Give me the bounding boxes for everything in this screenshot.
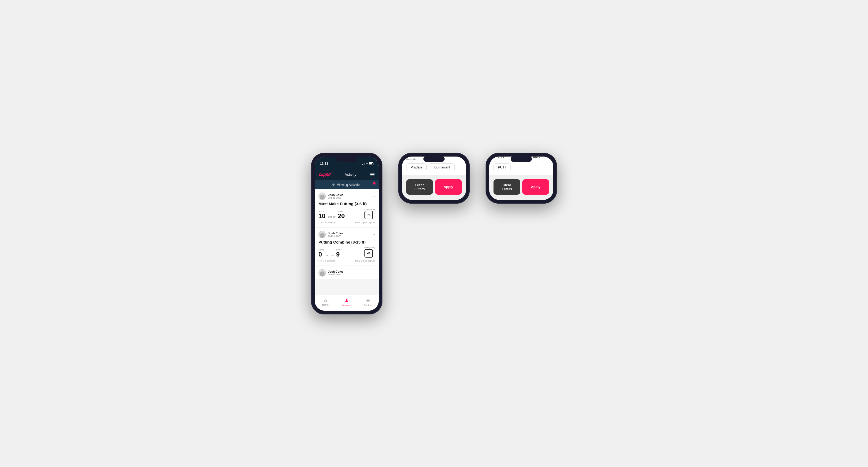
out-of-1: OUT OF xyxy=(327,216,336,219)
more-button-1[interactable]: ··· xyxy=(372,194,375,198)
activities-label-1: Activities xyxy=(342,304,351,307)
user-details-2: Josh Coles 28 Feb 2023 xyxy=(328,232,344,238)
practice-pill-2[interactable]: Practice xyxy=(406,163,427,172)
user-name-2: Josh Coles xyxy=(328,232,344,235)
activity-title-2: Putting Combine (3-15 ft) xyxy=(318,240,375,244)
card-header-3: Josh Coles 28 Feb 2023 ··· xyxy=(318,269,375,277)
more-button-2[interactable]: ··· xyxy=(372,232,375,237)
apply-button-3[interactable]: Apply xyxy=(522,179,549,195)
user-date-3: 28 Feb 2023 xyxy=(328,273,344,276)
scene: 11:33 ▾ clippd Activity xyxy=(311,153,557,314)
home-icon-1: ⌂ xyxy=(324,298,327,303)
phone-1: 11:33 ▾ clippd Activity xyxy=(311,153,382,314)
clear-filters-button-2[interactable]: Clear Filters xyxy=(406,179,433,195)
phone-screen-2: 11:33 ▾ clippd Activity xyxy=(402,157,466,200)
test-info-2: ℹ Test Information xyxy=(318,260,335,262)
nav-capture-1[interactable]: ⊕ Capture xyxy=(357,298,379,307)
apply-button-2[interactable]: Apply xyxy=(435,179,462,195)
shot-quality-label-1: Shot Quality xyxy=(363,208,375,211)
score-value-2: 0 xyxy=(318,251,322,258)
home-label-1: Home xyxy=(322,304,329,306)
filter-actions-2: Clear Filters Apply xyxy=(402,176,466,196)
shots-value-1: 20 xyxy=(338,212,345,219)
info-icon-2: ℹ xyxy=(318,260,319,262)
rounds-pills-2: Practice Tournament xyxy=(406,163,462,172)
viewing-text-1: Viewing Activities xyxy=(337,183,361,187)
shot-quality-label-2: Shot Quality xyxy=(363,246,375,249)
nav-activities-1[interactable]: ♟ Activities xyxy=(336,298,358,307)
more-button-3[interactable]: ··· xyxy=(372,271,375,275)
score-group-2: Score 0 xyxy=(318,249,324,257)
nav-title-1: Activity xyxy=(345,173,356,177)
menu-button-1[interactable] xyxy=(370,173,374,176)
status-icons-1: ▾ xyxy=(362,162,373,165)
avatar-3 xyxy=(318,269,326,277)
filter-icon-1: ⚙ xyxy=(332,183,335,186)
test-info-1: ℹ Test Information xyxy=(318,221,335,224)
dynamic-island-2 xyxy=(424,156,444,162)
stats-row-1: Score 10 OUT OF Shots 20 Shot Quality 75 xyxy=(318,208,375,219)
score-value-1: 10 xyxy=(318,212,326,219)
test-info-text-2: Test Information xyxy=(320,260,335,262)
shot-quality-group-1: Shot Quality 75 xyxy=(363,208,375,219)
card-footer-2: ℹ Test Information Data: Clippd Capture xyxy=(318,260,375,262)
notification-dot-1 xyxy=(373,182,376,185)
tournament-pill-2[interactable]: Tournament xyxy=(429,163,454,172)
stats-row-2: Score 0 OUT OF Shots 9 Shot Quality 45 xyxy=(318,246,375,257)
shots-group-1: Shots 20 xyxy=(338,210,345,219)
activity-card-1[interactable]: Josh Coles 28 Feb 2023 ··· Must Make Put… xyxy=(315,189,379,227)
phone-3: 11:33 ▾ clippd Activity xyxy=(486,153,557,204)
avatar-2 xyxy=(318,231,326,238)
bottom-nav-1: ⌂ Home ♟ Activities ⊕ Capture xyxy=(315,295,379,311)
activity-title-1: Must Make Putting (3-6 ft) xyxy=(318,201,375,206)
score-group-1: Score 10 xyxy=(318,210,326,219)
putt-pill-3[interactable]: PUTT xyxy=(494,163,511,172)
shots-group-2: Shots 9 xyxy=(336,249,341,257)
capture-icon-1: ⊕ xyxy=(366,298,370,303)
user-date-1: 28 Feb 2023 xyxy=(328,196,344,199)
logo-1: clippd xyxy=(319,172,331,177)
ott-pill-3[interactable]: OTT xyxy=(494,157,509,161)
phone-screen-3: 11:33 ▾ clippd Activity xyxy=(489,157,553,200)
user-info-1: Josh Coles 28 Feb 2023 xyxy=(318,192,344,200)
user-name-1: Josh Coles xyxy=(328,193,344,196)
filter-sheet-3: Filter ✕ Show Rounds Practice Drills Pra… xyxy=(489,157,553,200)
filter-actions-3: Clear Filters Apply xyxy=(489,176,553,196)
activity-card-3[interactable]: Josh Coles 28 Feb 2023 ··· xyxy=(315,266,379,279)
card-header-2: Josh Coles 28 Feb 2023 ··· xyxy=(318,231,375,238)
card-footer-1: ℹ Test Information Data: Clippd Capture xyxy=(318,221,375,224)
user-details-3: Josh Coles 28 Feb 2023 xyxy=(328,270,344,276)
user-info-2: Josh Coles 28 Feb 2023 xyxy=(318,231,344,238)
wifi-icon-1: ▾ xyxy=(366,162,368,165)
filter-sheet-2: Filter ✕ Show Rounds Practice Drills Rou… xyxy=(402,157,466,200)
shots-value-2: 9 xyxy=(336,251,340,258)
activities-icon-1: ♟ xyxy=(345,298,349,303)
data-source-1: Data: Clippd Capture xyxy=(355,221,375,224)
nav-home-1[interactable]: ⌂ Home xyxy=(315,298,336,307)
capture-label-1: Capture xyxy=(364,304,372,307)
activity-list-1: Josh Coles 28 Feb 2023 ··· Must Make Put… xyxy=(315,189,379,295)
activity-card-2[interactable]: Josh Coles 28 Feb 2023 ··· Putting Combi… xyxy=(315,228,379,266)
dynamic-island-1 xyxy=(336,156,357,162)
battery-icon-1 xyxy=(369,162,373,165)
signal-icon-1 xyxy=(362,162,365,165)
shot-quality-badge-1: 75 xyxy=(365,211,373,219)
data-source-2: Data: Clippd Capture xyxy=(355,260,375,262)
info-icon-1: ℹ xyxy=(318,221,319,224)
nav-bar-1: clippd Activity xyxy=(315,169,379,180)
user-date-2: 28 Feb 2023 xyxy=(328,235,344,238)
phone-2: 11:33 ▾ clippd Activity xyxy=(398,153,470,204)
viewing-banner-1[interactable]: ⚙ Viewing Activities xyxy=(315,180,379,189)
avatar-1 xyxy=(318,192,326,200)
dynamic-island-3 xyxy=(511,156,532,162)
shot-quality-group-2: Shot Quality 45 xyxy=(363,246,375,257)
out-of-2: OUT OF xyxy=(326,254,335,257)
card-header-1: Josh Coles 28 Feb 2023 ··· xyxy=(318,192,375,200)
clear-filters-button-3[interactable]: Clear Filters xyxy=(494,179,520,195)
user-details-1: Josh Coles 28 Feb 2023 xyxy=(328,193,344,199)
user-name-3: Josh Coles xyxy=(328,270,344,273)
phone-screen-1: 11:33 ▾ clippd Activity xyxy=(315,157,379,311)
test-info-text-1: Test Information xyxy=(320,221,335,224)
shot-quality-badge-2: 45 xyxy=(365,249,373,257)
user-info-3: Josh Coles 28 Feb 2023 xyxy=(318,269,344,277)
